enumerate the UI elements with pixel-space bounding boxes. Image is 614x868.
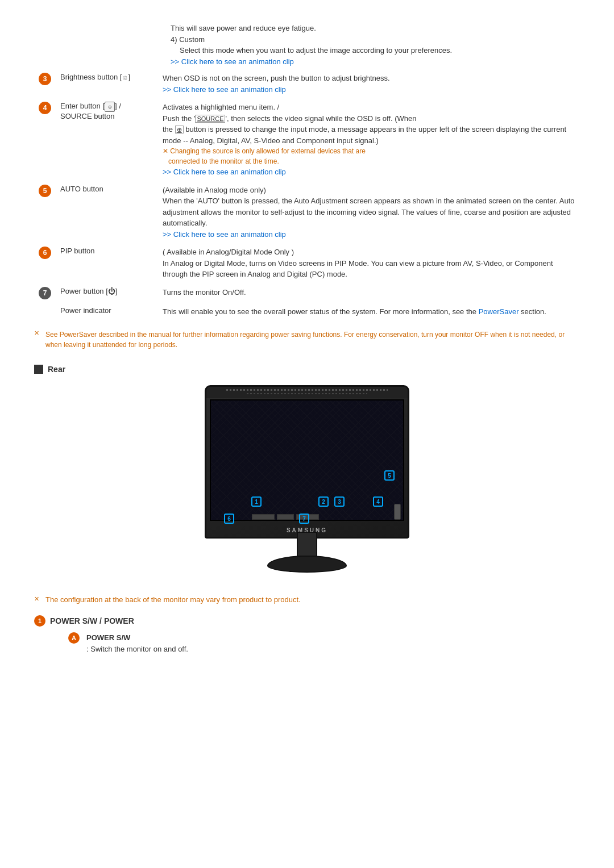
rear-title: Rear: [48, 365, 65, 374]
rear-section-header: Rear: [34, 365, 580, 374]
num-badge-5: 5: [39, 185, 51, 197]
table-row: Power indicator This will enable you to …: [34, 303, 580, 321]
source-icon: ⊕: [105, 102, 115, 112]
powersw-sub-item: A POWER S/W : Switch the monitor on and …: [68, 632, 580, 654]
intro-link1[interactable]: >> Click here to see an animation clip: [171, 56, 580, 68]
powersw-header: 1 POWER S/W / POWER: [34, 615, 580, 627]
desc-power-btn: Turns the monitor On/Off.: [158, 283, 580, 303]
num-badge-4: 4: [39, 102, 51, 114]
powersw-sub-text: : Switch the monitor on and off.: [86, 645, 188, 653]
table-row: 6 PIP button ( Available in Analog/Digit…: [34, 243, 580, 283]
port-right: [394, 504, 401, 520]
connector1: [252, 514, 275, 520]
connector2: [277, 514, 294, 520]
ventilation-lines-2: [247, 393, 367, 394]
port-row: [252, 513, 391, 521]
stand-neck: [297, 532, 317, 557]
warning-source: ✕ Changing the source is only allowed fo…: [163, 146, 575, 166]
link-auto[interactable]: >> Click here to see an animation clip: [163, 230, 286, 239]
intro-block: This will save power and reduce eye fati…: [34, 23, 580, 67]
label-power-indicator: Power indicator: [56, 303, 158, 321]
intro-line3: Select this mode when you want to adjust…: [171, 45, 580, 56]
desc-source: Activates a highlighted menu item. / Pus…: [158, 98, 580, 181]
powersw-title: POWER S/W / POWER: [50, 616, 134, 625]
stand-base: [267, 556, 347, 573]
table-row: 3 Brightness button [☼] When OSD is not …: [34, 69, 580, 98]
powersaver-note: See PowerSaver described in the manual f…: [34, 326, 580, 353]
monitor-diagram: SAMSUNG 1 2 3 4 5 6 7: [199, 385, 415, 578]
label-pip: PIP button: [56, 243, 158, 283]
mon-label-3: 3: [334, 496, 345, 507]
desc-auto: (Available in Analog mode only) When the…: [158, 181, 580, 244]
powersw-sub-badge: A: [68, 632, 80, 644]
link-powersaver[interactable]: PowerSaver: [479, 307, 519, 316]
link-brightness[interactable]: >> Click here to see an animation clip: [163, 85, 286, 94]
monitor-image-container: SAMSUNG 1 2 3 4 5 6 7: [34, 385, 580, 578]
intro-line1: This will save power and reduce eye fati…: [171, 23, 580, 34]
monitor-top-bezel: [206, 387, 408, 398]
powersw-sub-label: POWER S/W: [86, 633, 130, 642]
powersw-num-badge: 1: [34, 615, 45, 627]
mon-label-1: 1: [251, 496, 262, 507]
label-auto: AUTO button: [56, 181, 158, 244]
label-brightness: Brightness button [☼]: [56, 69, 158, 98]
desc-power-indicator: This will enable you to see the overall …: [158, 303, 580, 321]
mon-label-2: 2: [318, 496, 329, 507]
table-row: 4 Enter button [⊕] /SOURCE button Activa…: [34, 98, 580, 181]
num-badge-6: 6: [39, 247, 51, 259]
mon-label-7: 7: [299, 514, 309, 524]
num-badge-3: 3: [39, 73, 51, 85]
intro-line2: 4) Custom: [171, 34, 580, 45]
num-badge-7: 7: [39, 287, 51, 299]
port-area-right: [394, 504, 401, 520]
button-table: 3 Brightness button [☼] When OSD is not …: [34, 69, 580, 320]
rear-square-icon: [34, 365, 43, 374]
label-source: Enter button [⊕] /SOURCE button: [56, 98, 158, 181]
rear-note: The configuration at the back of the mon…: [34, 595, 580, 604]
desc-brightness: When OSD is not on the screen, push the …: [158, 69, 580, 98]
mon-label-6: 6: [224, 514, 234, 524]
table-row: 7 Power button [⏻] Turns the monitor On/…: [34, 283, 580, 303]
powersw-sub-desc: POWER S/W : Switch the monitor on and of…: [86, 632, 188, 654]
mon-label-4: 4: [373, 496, 383, 507]
link-source[interactable]: >> Click here to see an animation clip: [163, 168, 286, 176]
ventilation-lines: [226, 389, 387, 391]
mon-label-5: 5: [384, 470, 395, 481]
powersw-section: 1 POWER S/W / POWER A POWER S/W : Switch…: [34, 615, 580, 654]
desc-pip: ( Available in Analog/Digital Mode Only …: [158, 243, 580, 283]
label-power-btn: Power button [⏻]: [56, 283, 158, 303]
table-row: 5 AUTO button (Available in Analog mode …: [34, 181, 580, 244]
